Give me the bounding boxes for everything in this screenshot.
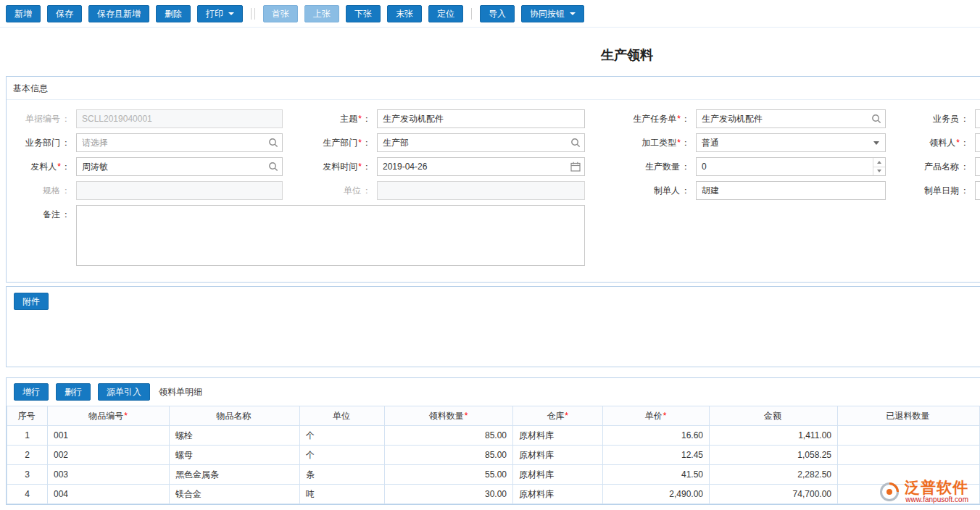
table-cell[interactable]: 2,490.00 <box>603 485 710 504</box>
table-cell[interactable]: 16.60 <box>603 426 710 446</box>
salesman-input[interactable] <box>975 109 980 128</box>
last-record-button[interactable]: 末张 <box>387 5 422 22</box>
toolbar-separator <box>251 8 255 20</box>
toolbar-separator <box>471 8 472 20</box>
table-cell[interactable]: 4 <box>7 485 48 504</box>
prod-qty-input[interactable] <box>696 157 886 176</box>
table-cell[interactable]: 003 <box>48 465 170 485</box>
table-cell[interactable]: 3 <box>7 465 48 485</box>
col-header-price: 单价* <box>603 406 710 426</box>
import-button[interactable]: 导入 <box>480 5 515 22</box>
table-cell[interactable]: 1,411.00 <box>710 426 838 446</box>
creator-field <box>696 181 886 200</box>
table-cell[interactable]: 个 <box>300 446 385 465</box>
subject-input[interactable] <box>377 109 585 128</box>
table-cell[interactable]: 个 <box>300 426 385 446</box>
table-cell[interactable]: 004 <box>48 485 170 504</box>
table-cell[interactable]: 85.00 <box>385 426 513 446</box>
table-cell[interactable]: 1 <box>7 426 48 446</box>
first-record-button[interactable]: 首张 <box>263 5 298 22</box>
product-name-input[interactable] <box>975 157 980 176</box>
save-and-new-button[interactable]: 保存且新增 <box>88 5 149 22</box>
watermark-brand: 泛普软件 <box>905 480 968 496</box>
process-type-select[interactable]: 普通 <box>696 133 886 152</box>
material-issuer-input[interactable] <box>76 157 283 176</box>
table-cell[interactable]: 85.00 <box>385 446 513 465</box>
table-cell[interactable]: 74,700.00 <box>710 485 838 504</box>
table-cell[interactable]: 螺母 <box>170 446 300 465</box>
task-order-input[interactable] <box>696 109 886 128</box>
issue-time-label: 发料时间*： <box>283 161 377 173</box>
caret-down-icon[interactable] <box>873 141 879 145</box>
table-cell[interactable]: 原材料库 <box>513 446 603 465</box>
prod-dept-input[interactable] <box>377 133 585 152</box>
table-cell[interactable]: 黑色金属条 <box>170 465 300 485</box>
table-cell[interactable]: 002 <box>48 446 170 465</box>
table-cell[interactable]: 原材料库 <box>513 485 603 504</box>
add-row-button[interactable]: 增行 <box>14 383 49 401</box>
table-cell[interactable]: 镁合金 <box>170 485 300 504</box>
col-header-qty: 领料数量* <box>385 406 513 426</box>
table-cell[interactable]: 55.00 <box>385 465 513 485</box>
create-date-input[interactable] <box>975 181 980 200</box>
spec-label: 规格： <box>7 185 76 197</box>
creator-input[interactable] <box>696 181 886 200</box>
delete-row-button[interactable]: 删行 <box>56 383 91 401</box>
table-cell[interactable]: 12.45 <box>603 446 710 465</box>
collaborate-label: 协同按钮 <box>530 8 565 20</box>
material-picker-field <box>975 133 980 152</box>
table-cell[interactable]: 吨 <box>300 485 385 504</box>
table-cell[interactable]: 原材料库 <box>513 465 603 485</box>
stepper-up-icon[interactable] <box>873 158 885 167</box>
table-cell[interactable]: 41.50 <box>603 465 710 485</box>
next-record-button[interactable]: 下张 <box>346 5 381 22</box>
subject-field <box>377 109 585 128</box>
table-cell[interactable]: 原材料库 <box>513 426 603 446</box>
collaborate-button[interactable]: 协同按钮 <box>521 5 584 22</box>
prev-record-button[interactable]: 上张 <box>304 5 339 22</box>
remark-textarea[interactable] <box>76 205 585 266</box>
table-row: 1001螺栓个85.00原材料库16.601,411.00 <box>7 426 980 446</box>
table-cell[interactable] <box>838 426 980 446</box>
detail-title: 领料单明细 <box>159 386 202 398</box>
task-order-label: 生产任务单*： <box>585 113 696 125</box>
page-title: 生产领料 <box>0 46 980 64</box>
table-cell[interactable] <box>838 446 980 465</box>
table-cell[interactable]: 001 <box>48 426 170 446</box>
search-icon[interactable] <box>268 162 278 172</box>
table-cell[interactable]: 螺栓 <box>170 426 300 446</box>
source-import-button[interactable]: 源单引入 <box>98 383 150 401</box>
delete-button[interactable]: 删除 <box>156 5 191 22</box>
print-button[interactable]: 打印 <box>197 5 243 22</box>
col-header-unit: 单位 <box>300 406 385 426</box>
locate-button[interactable]: 定位 <box>428 5 463 22</box>
create-date-field <box>975 181 980 200</box>
task-order-field <box>696 109 886 128</box>
calendar-icon[interactable] <box>570 162 581 172</box>
save-button[interactable]: 保存 <box>47 5 82 22</box>
biz-dept-input[interactable] <box>76 133 283 152</box>
search-icon[interactable] <box>871 114 881 124</box>
material-issuer-label: 发料人*： <box>7 161 76 173</box>
search-icon[interactable] <box>268 138 278 148</box>
doc-no-label: 单据编号： <box>7 113 76 125</box>
table-cell[interactable]: 条 <box>300 465 385 485</box>
table-cell[interactable]: 2 <box>7 446 48 465</box>
table-cell[interactable]: 1,058.25 <box>710 446 838 465</box>
watermark-url: www.fanpusoft.com <box>905 496 968 504</box>
attachment-button[interactable]: 附件 <box>14 293 49 310</box>
new-button[interactable]: 新增 <box>6 5 41 22</box>
stepper-down-icon[interactable] <box>873 167 885 176</box>
material-picker-input[interactable] <box>975 133 980 152</box>
product-name-label: 产品名称： <box>886 161 975 173</box>
biz-dept-field <box>76 133 283 152</box>
process-type-field: 普通 <box>696 133 886 152</box>
detail-table: 序号 物品编号* 物品名称 单位 领料数量* 仓库* 单价* 金额 已退料数量 … <box>7 406 980 504</box>
issue-time-input[interactable] <box>377 157 585 176</box>
col-header-item-code: 物品编号* <box>48 406 170 426</box>
fanpu-logo-icon <box>879 481 900 503</box>
table-cell[interactable]: 2,282.50 <box>710 465 838 485</box>
search-icon[interactable] <box>570 138 581 148</box>
col-header-seq: 序号 <box>7 406 48 426</box>
table-cell[interactable]: 30.00 <box>385 485 513 504</box>
